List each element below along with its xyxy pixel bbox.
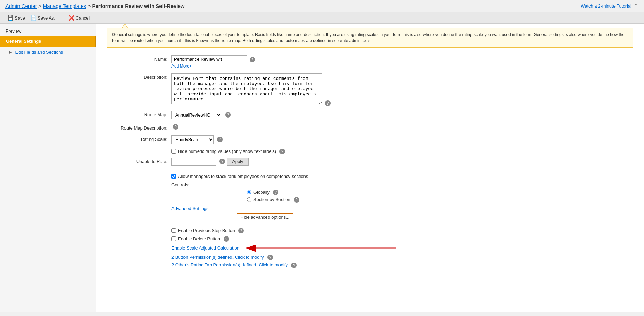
route-map-desc-row: Route Map Description: ?: [106, 124, 634, 131]
unable-to-rate-help-icon[interactable]: ?: [219, 159, 225, 164]
sidebar-item-edit-fields[interactable]: ► Edit Fields and Sections: [0, 47, 96, 58]
hide-numeric-label: Hide numeric rating values (only show te…: [178, 149, 276, 154]
route-map-desc-help-icon[interactable]: ?: [173, 124, 178, 130]
enable-scale-row: Enable Scale Adjusted Calculation: [171, 244, 634, 252]
cancel-icon: ❌: [69, 15, 74, 21]
rating-scale-select[interactable]: HourlyScale SalaryScale ExecutiveScale: [171, 135, 214, 144]
others-rating-help-icon[interactable]: ?: [291, 263, 297, 268]
main-layout: Preview General Settings ► Edit Fields a…: [0, 24, 644, 312]
section-by-section-radio-row: Section by Section ?: [247, 197, 634, 203]
globally-label: Globally: [253, 190, 270, 195]
rating-scale-label: Rating Scale:: [106, 135, 171, 142]
name-help-icon[interactable]: ?: [250, 57, 255, 62]
advanced-settings-label[interactable]: Advanced Settings: [171, 206, 634, 211]
unable-to-rate-field: ? Apply: [171, 158, 634, 166]
breadcrumb: Admin Center > Manage Templates > Perfor…: [5, 3, 185, 9]
save-as-label: Save As...: [38, 15, 58, 21]
controls-label: Controls:: [171, 182, 634, 187]
cancel-label: Cancel: [76, 15, 90, 21]
toolbar: 💾 Save 📄 Save As... | ❌ Cancel: [0, 12, 644, 24]
enable-prev-step-checkbox[interactable]: [171, 228, 176, 233]
others-rating-link[interactable]: 2 Other's Rating Tab Permission(s) defin…: [171, 262, 289, 267]
description-field: ?: [171, 73, 634, 106]
breadcrumb-admin-link[interactable]: Admin Center: [5, 3, 37, 9]
tutorial-link[interactable]: Watch a 2-minute Tutorial: [581, 3, 631, 9]
enable-prev-step-row: Enable Previous Step Button ?: [171, 228, 634, 233]
save-as-button[interactable]: 📄 Save As...: [28, 14, 60, 21]
name-label: Name:: [106, 55, 171, 62]
description-label: Description:: [106, 73, 171, 80]
enable-prev-step-help-icon[interactable]: ?: [238, 228, 244, 233]
globally-radio-row: Globally ?: [247, 190, 634, 195]
unable-to-rate-label: Unable to Rate:: [106, 158, 171, 164]
hide-advanced-button[interactable]: Hide advanced options...: [237, 213, 293, 221]
sidebar-preview[interactable]: Preview: [0, 26, 96, 36]
sidebar-item-general-settings[interactable]: General Settings: [0, 36, 96, 47]
allow-managers-row: Allow managers to stack rank employees o…: [171, 174, 634, 179]
info-box: General settings is where you define the…: [107, 28, 633, 48]
route-map-help-icon[interactable]: ?: [225, 112, 231, 118]
description-textarea[interactable]: [171, 73, 322, 104]
button-permissions-help-icon[interactable]: ?: [267, 255, 273, 260]
route-map-label: Route Map:: [106, 111, 171, 117]
globally-help-icon[interactable]: ?: [273, 190, 278, 195]
section-by-section-label: Section by Section: [253, 197, 290, 202]
sidebar: Preview General Settings ► Edit Fields a…: [0, 24, 96, 312]
route-map-desc-field: ?: [171, 124, 634, 130]
rating-scale-help-icon[interactable]: ?: [217, 137, 223, 142]
red-arrow-icon: [242, 244, 414, 252]
rating-scale-row: Rating Scale: HourlyScale SalaryScale Ex…: [106, 135, 634, 144]
controls-section: Controls: Globally ? Section by Section …: [171, 182, 634, 203]
route-map-field: AnnualReviewHC SemiAnnualReview Quarterl…: [171, 111, 634, 119]
button-permissions-link[interactable]: 2 Button Permission(s) defined. Click to…: [171, 255, 265, 260]
route-map-desc-label: Route Map Description:: [106, 124, 171, 131]
hide-advanced-container: Hide advanced options...: [171, 213, 634, 224]
enable-delete-label: Enable Delete Button: [178, 236, 220, 241]
name-field: ? Add More+: [171, 55, 634, 69]
cancel-button[interactable]: ❌ Cancel: [67, 14, 92, 21]
breadcrumb-sep2: >: [87, 3, 92, 9]
section-by-section-help-icon[interactable]: ?: [294, 197, 299, 203]
enable-delete-help-icon[interactable]: ?: [224, 236, 229, 242]
top-bar-right: Watch a 2-minute Tutorial ⌃: [581, 3, 639, 9]
allow-managers-label: Allow managers to stack rank employees o…: [178, 174, 308, 179]
breadcrumb-sep1: >: [38, 3, 43, 9]
button-permissions-row: 2 Button Permission(s) defined. Click to…: [171, 255, 634, 260]
edit-fields-label: Edit Fields and Sections: [15, 50, 63, 55]
route-map-row: Route Map: AnnualReviewHC SemiAnnualRevi…: [106, 111, 634, 119]
save-icon: 💾: [8, 15, 13, 21]
form-area: Name: ? Add More+ Description: ? Route M…: [96, 52, 644, 280]
unable-to-rate-input[interactable]: [171, 158, 216, 166]
enable-prev-step-label: Enable Previous Step Button: [178, 228, 235, 233]
name-row: Name: ? Add More+: [106, 55, 634, 69]
info-box-text: General settings is where you define the…: [112, 32, 624, 43]
add-more-link[interactable]: Add More+: [171, 64, 634, 69]
unable-to-rate-row: Unable to Rate: ? Apply: [106, 158, 634, 169]
others-rating-row: 2 Other's Rating Tab Permission(s) defin…: [171, 262, 634, 268]
breadcrumb-current: Performance Review with Self-Review: [92, 3, 184, 9]
rating-scale-field: HourlyScale SalaryScale ExecutiveScale ?: [171, 135, 634, 144]
hide-numeric-checkbox[interactable]: [171, 149, 176, 154]
section-by-section-radio[interactable]: [247, 197, 251, 202]
globally-radio[interactable]: [247, 190, 251, 194]
expand-icon: ►: [8, 50, 13, 55]
save-label: Save: [15, 15, 25, 21]
route-map-select[interactable]: AnnualReviewHC SemiAnnualReview Quarterl…: [171, 111, 222, 119]
enable-scale-link[interactable]: Enable Scale Adjusted Calculation: [171, 245, 239, 251]
apply-button[interactable]: Apply: [227, 158, 249, 166]
hide-numeric-help-icon[interactable]: ?: [279, 149, 285, 154]
breadcrumb-manage-link[interactable]: Manage Templates: [43, 3, 86, 9]
content-area: General settings is where you define the…: [96, 24, 644, 312]
enable-delete-row: Enable Delete Button ?: [171, 236, 634, 242]
save-button[interactable]: 💾 Save: [5, 14, 27, 21]
description-row: Description: ?: [106, 73, 634, 106]
enable-delete-checkbox[interactable]: [171, 236, 176, 241]
save-as-icon: 📄: [31, 15, 36, 21]
name-input[interactable]: [171, 55, 247, 63]
top-bar: Admin Center > Manage Templates > Perfor…: [0, 0, 644, 12]
hide-numeric-row: Hide numeric rating values (only show te…: [171, 149, 634, 154]
description-help-icon[interactable]: ?: [325, 100, 331, 106]
collapse-button[interactable]: ⌃: [634, 3, 639, 9]
toolbar-separator: |: [62, 15, 63, 21]
allow-managers-checkbox[interactable]: [171, 174, 176, 179]
